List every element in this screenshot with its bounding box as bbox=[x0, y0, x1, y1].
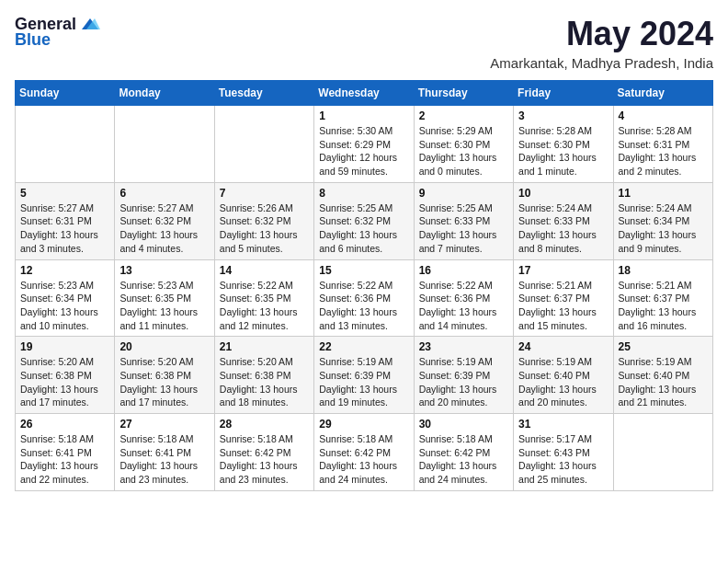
header-cell-wednesday: Wednesday bbox=[314, 81, 414, 106]
day-info: Sunrise: 5:22 AM Sunset: 6:36 PM Dayligh… bbox=[419, 279, 508, 333]
day-number: 3 bbox=[518, 109, 608, 122]
day-number: 10 bbox=[518, 187, 608, 200]
day-cell-18: 18Sunrise: 5:21 AM Sunset: 6:37 PM Dayli… bbox=[613, 259, 712, 337]
day-info: Sunrise: 5:20 AM Sunset: 6:38 PM Dayligh… bbox=[119, 355, 209, 409]
day-cell-3: 3Sunrise: 5:28 AM Sunset: 6:30 PM Daylig… bbox=[514, 106, 613, 183]
day-cell-15: 15Sunrise: 5:22 AM Sunset: 6:36 PM Dayli… bbox=[314, 259, 414, 337]
day-info: Sunrise: 5:22 AM Sunset: 6:36 PM Dayligh… bbox=[319, 279, 408, 333]
day-number: 29 bbox=[319, 418, 408, 431]
day-info: Sunrise: 5:30 AM Sunset: 6:29 PM Dayligh… bbox=[319, 124, 408, 178]
day-number: 5 bbox=[20, 187, 109, 200]
logo-blue: Blue bbox=[15, 30, 51, 50]
day-info: Sunrise: 5:20 AM Sunset: 6:38 PM Dayligh… bbox=[220, 355, 309, 409]
day-info: Sunrise: 5:18 AM Sunset: 6:42 PM Dayligh… bbox=[419, 432, 508, 487]
header-cell-thursday: Thursday bbox=[414, 81, 513, 106]
day-info: Sunrise: 5:21 AM Sunset: 6:37 PM Dayligh… bbox=[619, 279, 708, 333]
day-number: 27 bbox=[119, 418, 209, 431]
day-cell-20: 20Sunrise: 5:20 AM Sunset: 6:38 PM Dayli… bbox=[115, 337, 214, 414]
day-number: 28 bbox=[220, 418, 309, 431]
day-number: 13 bbox=[119, 264, 209, 277]
day-cell-13: 13Sunrise: 5:23 AM Sunset: 6:35 PM Dayli… bbox=[115, 259, 214, 337]
day-info: Sunrise: 5:25 AM Sunset: 6:33 PM Dayligh… bbox=[419, 201, 508, 256]
day-number: 26 bbox=[20, 418, 109, 431]
day-number: 8 bbox=[319, 187, 408, 200]
week-row-4: 19Sunrise: 5:20 AM Sunset: 6:38 PM Dayli… bbox=[16, 337, 713, 414]
header-cell-friday: Friday bbox=[514, 81, 613, 106]
day-number: 17 bbox=[518, 264, 608, 277]
day-number: 7 bbox=[220, 187, 309, 200]
day-info: Sunrise: 5:18 AM Sunset: 6:42 PM Dayligh… bbox=[220, 432, 309, 487]
day-cell-1: 1Sunrise: 5:30 AM Sunset: 6:29 PM Daylig… bbox=[314, 106, 414, 183]
day-cell-8: 8Sunrise: 5:25 AM Sunset: 6:32 PM Daylig… bbox=[314, 182, 414, 259]
day-info: Sunrise: 5:24 AM Sunset: 6:33 PM Dayligh… bbox=[518, 201, 608, 256]
day-info: Sunrise: 5:25 AM Sunset: 6:32 PM Dayligh… bbox=[319, 201, 408, 256]
empty-cell bbox=[613, 414, 712, 491]
day-number: 6 bbox=[119, 187, 209, 200]
day-info: Sunrise: 5:19 AM Sunset: 6:40 PM Dayligh… bbox=[619, 355, 708, 409]
week-row-3: 12Sunrise: 5:23 AM Sunset: 6:34 PM Dayli… bbox=[16, 259, 713, 337]
day-cell-6: 6Sunrise: 5:27 AM Sunset: 6:32 PM Daylig… bbox=[115, 182, 214, 259]
day-info: Sunrise: 5:23 AM Sunset: 6:34 PM Dayligh… bbox=[20, 279, 109, 333]
day-number: 30 bbox=[419, 418, 508, 431]
calendar-body: 1Sunrise: 5:30 AM Sunset: 6:29 PM Daylig… bbox=[16, 106, 713, 491]
day-cell-19: 19Sunrise: 5:20 AM Sunset: 6:38 PM Dayli… bbox=[16, 337, 115, 414]
location-title: Amarkantak, Madhya Pradesh, India bbox=[490, 55, 713, 71]
day-cell-5: 5Sunrise: 5:27 AM Sunset: 6:31 PM Daylig… bbox=[16, 182, 115, 259]
header-cell-monday: Monday bbox=[115, 81, 214, 106]
day-number: 1 bbox=[319, 109, 408, 122]
day-cell-24: 24Sunrise: 5:19 AM Sunset: 6:40 PM Dayli… bbox=[514, 337, 613, 414]
empty-cell bbox=[115, 106, 214, 183]
day-info: Sunrise: 5:28 AM Sunset: 6:30 PM Dayligh… bbox=[518, 124, 608, 178]
day-number: 22 bbox=[319, 340, 408, 353]
day-number: 24 bbox=[518, 340, 608, 353]
header-cell-tuesday: Tuesday bbox=[214, 81, 313, 106]
title-section: May 2024 Amarkantak, Madhya Pradesh, Ind… bbox=[490, 15, 713, 71]
day-info: Sunrise: 5:21 AM Sunset: 6:37 PM Dayligh… bbox=[518, 279, 608, 333]
day-cell-12: 12Sunrise: 5:23 AM Sunset: 6:34 PM Dayli… bbox=[16, 259, 115, 337]
day-info: Sunrise: 5:27 AM Sunset: 6:32 PM Dayligh… bbox=[119, 201, 209, 256]
day-number: 12 bbox=[20, 264, 109, 277]
day-number: 18 bbox=[619, 264, 708, 277]
day-info: Sunrise: 5:20 AM Sunset: 6:38 PM Dayligh… bbox=[20, 355, 109, 409]
day-cell-30: 30Sunrise: 5:18 AM Sunset: 6:42 PM Dayli… bbox=[414, 414, 513, 491]
day-number: 11 bbox=[619, 187, 708, 200]
week-row-5: 26Sunrise: 5:18 AM Sunset: 6:41 PM Dayli… bbox=[16, 414, 713, 491]
month-title: May 2024 bbox=[490, 15, 713, 53]
header-cell-saturday: Saturday bbox=[613, 81, 712, 106]
day-info: Sunrise: 5:26 AM Sunset: 6:32 PM Dayligh… bbox=[220, 201, 309, 256]
day-info: Sunrise: 5:19 AM Sunset: 6:39 PM Dayligh… bbox=[319, 355, 408, 409]
day-number: 25 bbox=[619, 340, 708, 353]
day-info: Sunrise: 5:17 AM Sunset: 6:43 PM Dayligh… bbox=[518, 432, 608, 487]
day-cell-11: 11Sunrise: 5:24 AM Sunset: 6:34 PM Dayli… bbox=[613, 182, 712, 259]
day-cell-9: 9Sunrise: 5:25 AM Sunset: 6:33 PM Daylig… bbox=[414, 182, 513, 259]
day-number: 23 bbox=[419, 340, 508, 353]
day-number: 9 bbox=[419, 187, 508, 200]
day-cell-14: 14Sunrise: 5:22 AM Sunset: 6:35 PM Dayli… bbox=[214, 259, 313, 337]
day-cell-2: 2Sunrise: 5:29 AM Sunset: 6:30 PM Daylig… bbox=[414, 106, 513, 183]
day-info: Sunrise: 5:18 AM Sunset: 6:41 PM Dayligh… bbox=[20, 432, 109, 487]
week-row-1: 1Sunrise: 5:30 AM Sunset: 6:29 PM Daylig… bbox=[16, 106, 713, 183]
day-number: 15 bbox=[319, 264, 408, 277]
day-info: Sunrise: 5:22 AM Sunset: 6:35 PM Dayligh… bbox=[220, 279, 309, 333]
page-header: General Blue May 2024 Amarkantak, Madhya… bbox=[15, 15, 713, 71]
day-info: Sunrise: 5:19 AM Sunset: 6:40 PM Dayligh… bbox=[518, 355, 608, 409]
day-cell-23: 23Sunrise: 5:19 AM Sunset: 6:39 PM Dayli… bbox=[414, 337, 513, 414]
empty-cell bbox=[214, 106, 313, 183]
calendar-table: SundayMondayTuesdayWednesdayThursdayFrid… bbox=[15, 80, 713, 491]
day-info: Sunrise: 5:28 AM Sunset: 6:31 PM Dayligh… bbox=[619, 124, 708, 178]
logo: General Blue bbox=[15, 15, 100, 50]
day-number: 2 bbox=[419, 109, 508, 122]
day-number: 31 bbox=[518, 418, 608, 431]
day-cell-4: 4Sunrise: 5:28 AM Sunset: 6:31 PM Daylig… bbox=[613, 106, 712, 183]
day-number: 21 bbox=[220, 340, 309, 353]
day-info: Sunrise: 5:18 AM Sunset: 6:42 PM Dayligh… bbox=[319, 432, 408, 487]
day-cell-7: 7Sunrise: 5:26 AM Sunset: 6:32 PM Daylig… bbox=[214, 182, 313, 259]
day-cell-10: 10Sunrise: 5:24 AM Sunset: 6:33 PM Dayli… bbox=[514, 182, 613, 259]
day-cell-21: 21Sunrise: 5:20 AM Sunset: 6:38 PM Dayli… bbox=[214, 337, 313, 414]
day-info: Sunrise: 5:24 AM Sunset: 6:34 PM Dayligh… bbox=[619, 201, 708, 256]
day-cell-22: 22Sunrise: 5:19 AM Sunset: 6:39 PM Dayli… bbox=[314, 337, 414, 414]
week-row-2: 5Sunrise: 5:27 AM Sunset: 6:31 PM Daylig… bbox=[16, 182, 713, 259]
header-cell-sunday: Sunday bbox=[16, 81, 115, 106]
day-cell-29: 29Sunrise: 5:18 AM Sunset: 6:42 PM Dayli… bbox=[314, 414, 414, 491]
empty-cell bbox=[16, 106, 115, 183]
